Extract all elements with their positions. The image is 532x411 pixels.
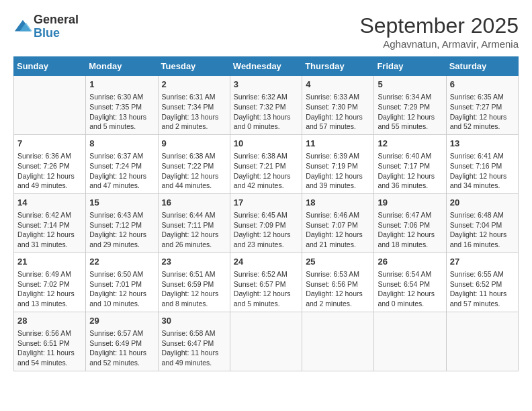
day-info: Sunset: 7:29 PM: [378, 102, 442, 112]
day-info: and 18 minutes.: [378, 240, 442, 250]
day-info: Daylight: 11 hours: [89, 348, 154, 358]
day-info: Sunrise: 6:55 AM: [450, 269, 515, 279]
day-info: Daylight: 12 hours: [378, 289, 442, 299]
day-number: 16: [162, 197, 226, 209]
calendar-cell: 21Sunrise: 6:49 AMSunset: 7:02 PMDayligh…: [14, 253, 86, 312]
calendar-cell: 26Sunrise: 6:54 AMSunset: 6:54 PMDayligh…: [374, 253, 446, 312]
day-info: Daylight: 12 hours: [89, 171, 154, 181]
day-info: Daylight: 12 hours: [306, 289, 370, 299]
calendar-cell: [230, 312, 302, 371]
calendar-cell: 2Sunrise: 6:31 AMSunset: 7:34 PMDaylight…: [158, 76, 230, 135]
day-info: Daylight: 12 hours: [162, 171, 226, 181]
calendar-cell: 20Sunrise: 6:48 AMSunset: 7:04 PMDayligh…: [446, 193, 518, 253]
calendar-cell: [14, 76, 86, 135]
day-info: and 16 minutes.: [450, 240, 515, 250]
day-info: and 5 minutes.: [89, 122, 154, 132]
day-info: Sunrise: 6:49 AM: [17, 269, 82, 279]
day-info: Daylight: 13 hours: [89, 112, 154, 122]
header-tuesday: Tuesday: [158, 57, 230, 76]
day-info: Sunrise: 6:38 AM: [234, 151, 298, 161]
day-number: 23: [162, 256, 226, 268]
day-info: and 31 minutes.: [17, 240, 82, 250]
day-info: and 55 minutes.: [378, 122, 442, 132]
day-number: 26: [378, 256, 442, 268]
day-info: Sunset: 7:04 PM: [450, 220, 515, 230]
header-row: SundayMondayTuesdayWednesdayThursdayFrid…: [14, 57, 519, 76]
calendar-cell: [302, 312, 374, 371]
day-info: Sunset: 7:24 PM: [89, 161, 154, 171]
day-info: Daylight: 12 hours: [450, 112, 515, 122]
calendar-cell: 24Sunrise: 6:52 AMSunset: 6:57 PMDayligh…: [230, 253, 302, 312]
day-info: and 52 minutes.: [450, 122, 515, 132]
day-info: Sunset: 7:17 PM: [378, 161, 442, 171]
week-row-2: 7Sunrise: 6:36 AMSunset: 7:26 PMDaylight…: [14, 134, 519, 193]
day-info: Sunrise: 6:54 AM: [378, 269, 442, 279]
day-info: Sunset: 7:02 PM: [17, 279, 82, 289]
day-info: Daylight: 12 hours: [378, 230, 442, 240]
day-number: 15: [89, 197, 154, 209]
day-info: Sunset: 7:14 PM: [17, 220, 82, 230]
calendar-cell: 28Sunrise: 6:56 AMSunset: 6:51 PMDayligh…: [14, 312, 86, 371]
calendar-cell: 10Sunrise: 6:38 AMSunset: 7:21 PMDayligh…: [230, 134, 302, 193]
day-info: Sunset: 7:32 PM: [234, 102, 298, 112]
logo-text: General Blue: [34, 13, 79, 40]
day-info: Sunrise: 6:31 AM: [162, 92, 226, 102]
day-number: 11: [306, 138, 370, 150]
day-info: and 29 minutes.: [89, 240, 154, 250]
day-info: and 54 minutes.: [17, 358, 82, 368]
header-friday: Friday: [374, 57, 446, 76]
day-info: Sunset: 7:34 PM: [162, 102, 226, 112]
day-info: and 5 minutes.: [234, 299, 298, 309]
calendar-cell: 17Sunrise: 6:45 AMSunset: 7:09 PMDayligh…: [230, 193, 302, 253]
calendar-cell: 4Sunrise: 6:33 AMSunset: 7:30 PMDaylight…: [302, 76, 374, 135]
day-number: 30: [162, 315, 226, 327]
calendar-cell: 22Sunrise: 6:50 AMSunset: 7:01 PMDayligh…: [86, 253, 158, 312]
day-info: and 2 minutes.: [162, 122, 226, 132]
day-info: Sunset: 7:01 PM: [89, 279, 154, 289]
day-info: and 57 minutes.: [450, 299, 515, 309]
day-info: Sunset: 7:21 PM: [234, 161, 298, 171]
day-info: and 44 minutes.: [162, 181, 226, 191]
calendar-cell: 3Sunrise: 6:32 AMSunset: 7:32 PMDaylight…: [230, 76, 302, 135]
day-info: Daylight: 12 hours: [89, 230, 154, 240]
day-info: Daylight: 12 hours: [17, 289, 82, 299]
month-title: September 2025: [359, 13, 519, 38]
calendar-cell: 13Sunrise: 6:41 AMSunset: 7:16 PMDayligh…: [446, 134, 518, 193]
day-info: Sunset: 7:09 PM: [234, 220, 298, 230]
calendar-cell: 1Sunrise: 6:30 AMSunset: 7:35 PMDaylight…: [86, 76, 158, 135]
day-info: and 26 minutes.: [162, 240, 226, 250]
calendar-cell: 29Sunrise: 6:57 AMSunset: 6:49 PMDayligh…: [86, 312, 158, 371]
calendar-header: SundayMondayTuesdayWednesdayThursdayFrid…: [14, 57, 519, 76]
calendar-body: 1Sunrise: 6:30 AMSunset: 7:35 PMDaylight…: [14, 76, 519, 371]
day-info: Sunrise: 6:51 AM: [162, 269, 226, 279]
day-number: 1: [89, 79, 154, 91]
day-info: and 57 minutes.: [306, 122, 370, 132]
logo: General Blue: [13, 13, 79, 40]
day-info: Sunset: 7:26 PM: [17, 161, 82, 171]
day-info: and 39 minutes.: [306, 181, 370, 191]
day-info: Sunrise: 6:53 AM: [306, 269, 370, 279]
day-info: Daylight: 12 hours: [378, 171, 442, 181]
calendar-cell: 27Sunrise: 6:55 AMSunset: 6:52 PMDayligh…: [446, 253, 518, 312]
day-info: Sunrise: 6:40 AM: [378, 151, 442, 161]
day-info: Sunset: 7:12 PM: [89, 220, 154, 230]
day-info: and 8 minutes.: [162, 299, 226, 309]
day-info: Sunrise: 6:50 AM: [89, 269, 154, 279]
day-number: 9: [162, 138, 226, 150]
day-info: and 21 minutes.: [306, 240, 370, 250]
day-number: 24: [234, 256, 298, 268]
day-info: Sunset: 7:35 PM: [89, 102, 154, 112]
day-info: Daylight: 12 hours: [89, 289, 154, 299]
calendar-table: SundayMondayTuesdayWednesdayThursdayFrid…: [13, 56, 519, 371]
day-number: 4: [306, 79, 370, 91]
day-info: Sunset: 7:27 PM: [450, 102, 515, 112]
day-info: Sunset: 7:19 PM: [306, 161, 370, 171]
day-info: Sunset: 6:47 PM: [162, 338, 226, 349]
day-info: Sunset: 6:49 PM: [89, 338, 154, 349]
day-info: and 34 minutes.: [450, 181, 515, 191]
day-info: Daylight: 11 hours: [162, 348, 226, 358]
day-info: and 47 minutes.: [89, 181, 154, 191]
day-info: and 42 minutes.: [234, 181, 298, 191]
day-info: Daylight: 11 hours: [450, 289, 515, 299]
day-number: 6: [450, 79, 515, 91]
